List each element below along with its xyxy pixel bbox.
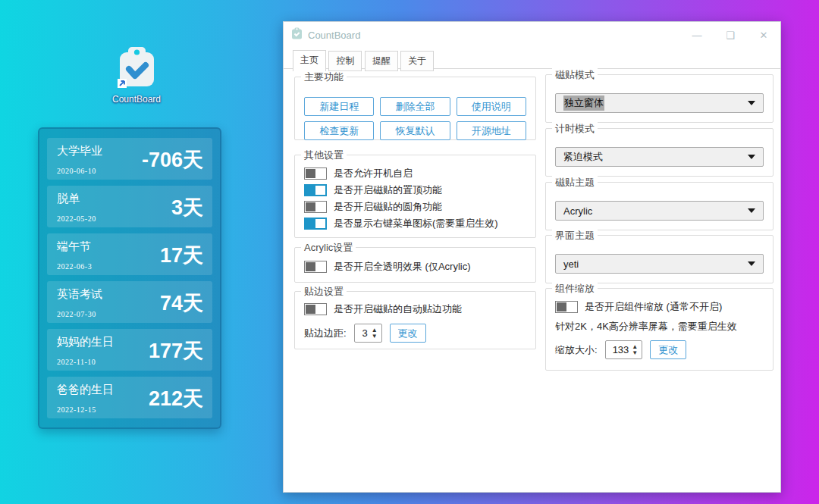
restore-default-button[interactable]: 恢复默认 (380, 121, 450, 140)
caret-down-icon (748, 261, 755, 266)
days-remaining: -706天 (142, 146, 203, 174)
group-title: 磁贴主题 (552, 176, 598, 189)
event-title: 爸爸的生日 (57, 383, 114, 397)
group-title: 主要功能 (301, 70, 347, 84)
group-title: 界面主题 (552, 229, 598, 243)
title-bar: CountBoard — ❑ ✕ (284, 22, 780, 48)
tile-mode-select[interactable]: 独立窗体 (555, 93, 764, 113)
scale-size-value: 133 (606, 344, 632, 355)
event-date: 2022-05-20 (57, 214, 96, 223)
group-timing-mode: 计时模式 紧迫模式 (545, 128, 774, 177)
countdown-item[interactable]: 端午节 17天 2022-06-3 (47, 233, 212, 275)
toggle-knob (306, 305, 315, 314)
event-date: 2020-06-10 (57, 167, 96, 175)
toggle-label: 是否显示右键菜单图标(需要重启生效) (334, 217, 498, 230)
clipboard-check-icon (115, 79, 158, 92)
delete-all-button[interactable]: 删除全部 (380, 97, 450, 116)
caret-down-icon (748, 208, 755, 213)
scaling-note: 针对2K，4K高分辨率屏幕，需要重启生效 (546, 320, 773, 333)
desktop-shortcut-countboard[interactable]: CountBoard (106, 45, 167, 105)
tab-reminder[interactable]: 提醒 (365, 51, 398, 71)
timing-mode-select[interactable]: 紧迫模式 (555, 147, 764, 167)
tile-topmost-toggle[interactable] (304, 184, 327, 196)
countdown-item[interactable]: 脱单 3天 2022-05-20 (47, 186, 212, 227)
event-title: 妈妈的生日 (57, 335, 114, 349)
full-transparency-toggle[interactable] (304, 261, 327, 273)
toggle-label: 是否开启组件缩放 (通常不开启) (585, 300, 722, 314)
group-tile-mode: 磁贴模式 独立窗体 (545, 74, 774, 123)
caret-down-icon (748, 101, 755, 105)
toggle-knob (315, 186, 325, 195)
instructions-button[interactable]: 使用说明 (457, 97, 526, 116)
group-title: 磁贴模式 (552, 68, 598, 82)
caret-down-icon (748, 155, 755, 159)
toggle-label: 是否开启磁贴的置顶功能 (334, 183, 442, 197)
event-title: 大学毕业 (57, 144, 102, 158)
countdown-item[interactable]: 爸爸的生日 212天 2022-12-15 (47, 377, 212, 418)
scale-size-spinner[interactable]: 133 ▲ ▼ (605, 340, 643, 359)
event-date: 2022-07-30 (57, 310, 96, 318)
minimize-button[interactable]: — (680, 22, 714, 48)
maximize-button[interactable]: ❑ (714, 22, 747, 48)
auto-edge-snap-toggle[interactable] (304, 303, 327, 315)
scale-size-label: 缩放大小: (555, 343, 598, 357)
selected-option: yeti (563, 258, 579, 270)
event-title: 英语考试 (57, 287, 102, 302)
toggle-knob (315, 219, 325, 228)
countdown-item[interactable]: 妈妈的生日 177天 2022-11-10 (47, 329, 212, 371)
days-remaining: 212天 (149, 385, 203, 412)
tab-control[interactable]: 控制 (328, 51, 362, 71)
toggle-label: 是否开启磁贴的自动贴边功能 (334, 302, 462, 316)
toggle-knob (557, 302, 566, 311)
group-title: 计时模式 (552, 122, 598, 136)
open-source-button[interactable]: 开源地址 (457, 121, 526, 140)
event-date: 2022-06-3 (57, 262, 92, 271)
tile-theme-select[interactable]: Acrylic (555, 201, 764, 221)
event-title: 端午节 (57, 239, 91, 254)
context-menu-icon-toggle[interactable] (304, 218, 327, 230)
event-title: 脱单 (57, 192, 80, 206)
edge-margin-spinner[interactable]: 3 ▲ ▼ (354, 324, 382, 343)
toggle-knob (306, 169, 315, 178)
tab-home[interactable]: 主页 (293, 50, 326, 71)
check-update-button[interactable]: 检查更新 (304, 121, 374, 140)
group-edge-settings: 贴边设置 是否开启磁贴的自动贴边功能 贴边边距: 3 ▲ ▼ 更改 (294, 291, 536, 349)
days-remaining: 74天 (160, 290, 203, 317)
shortcut-label: CountBoard (106, 94, 167, 105)
spinner-down-icon[interactable]: ▼ (372, 333, 378, 340)
selected-option: 紧迫模式 (563, 150, 603, 164)
ui-theme-select[interactable]: yeti (555, 254, 764, 274)
event-date: 2022-12-15 (57, 405, 96, 414)
countdown-widget-panel: 大学毕业 -706天 2020-06-10 脱单 3天 2022-05-20 端… (38, 127, 221, 429)
autostart-toggle[interactable] (304, 167, 327, 180)
tile-rounded-toggle[interactable] (304, 201, 327, 213)
toggle-label: 是否开启全透明效果 (仅Acrylic) (334, 260, 471, 274)
countboard-settings-window: CountBoard — ❑ ✕ 主页 控制 提醒 关于 主要功能 新建日程 删… (283, 21, 781, 493)
spinner-down-icon[interactable]: ▼ (632, 350, 638, 356)
selected-option: 独立窗体 (563, 95, 604, 111)
countdown-item[interactable]: 英语考试 74天 2022-07-30 (47, 281, 212, 323)
edge-margin-label: 贴边边距: (304, 327, 347, 340)
group-tile-theme: 磁贴主题 Acrylic (545, 182, 774, 230)
days-remaining: 177天 (149, 337, 203, 365)
group-title: Acrylic设置 (301, 241, 356, 255)
tab-bar: 主页 控制 提醒 关于 (284, 50, 780, 69)
window-clipboard-icon (291, 27, 303, 42)
toggle-label: 是否允许开机自启 (334, 167, 413, 180)
selected-option: Acrylic (563, 205, 592, 217)
scale-size-apply-button[interactable]: 更改 (650, 340, 686, 359)
group-title: 贴边设置 (301, 285, 347, 299)
group-title: 组件缩放 (552, 282, 598, 296)
edge-margin-apply-button[interactable]: 更改 (390, 324, 426, 343)
countdown-item[interactable]: 大学毕业 -706天 2020-06-10 (47, 138, 212, 180)
toggle-knob (306, 202, 315, 211)
group-component-scaling: 组件缩放 是否开启组件缩放 (通常不开启) 针对2K，4K高分辨率屏幕，需要重启… (545, 288, 774, 371)
component-scaling-toggle[interactable] (555, 301, 578, 313)
new-schedule-button[interactable]: 新建日程 (304, 97, 374, 116)
toggle-knob (306, 262, 315, 271)
close-button[interactable]: ✕ (747, 22, 780, 48)
group-main-functions: 主要功能 新建日程 删除全部 使用说明 检查更新 恢复默认 开源地址 (294, 77, 536, 140)
group-acrylic-settings: Acrylic设置 是否开启全透明效果 (仅Acrylic) (294, 247, 536, 283)
event-date: 2022-11-10 (57, 358, 96, 366)
tab-about[interactable]: 关于 (400, 51, 434, 71)
